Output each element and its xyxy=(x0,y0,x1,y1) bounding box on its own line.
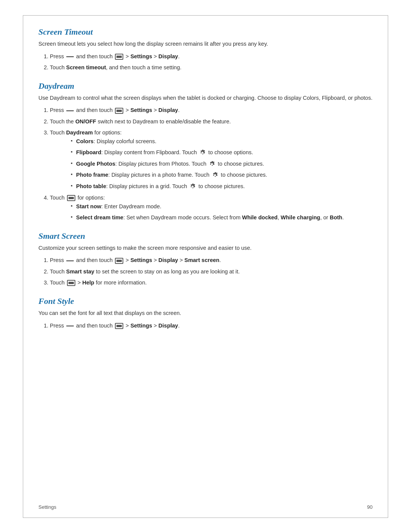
gear-icon xyxy=(189,183,196,190)
list-item: Touch Screen timeout, and then touch a t… xyxy=(50,63,373,72)
list-item: Press and then touch > Settings > Displa… xyxy=(50,256,373,264)
screen-timeout-steps: Press and then touch > Settings > Displa… xyxy=(50,52,373,72)
page-footer: Settings 90 xyxy=(23,504,388,510)
list-item: Touch the ON/OFF switch next to Daydream… xyxy=(50,117,373,126)
list-item: Select dream time: Set when Daydream mod… xyxy=(71,213,373,222)
gear-icon xyxy=(199,149,206,156)
home-button-icon xyxy=(66,326,74,326)
font-style-intro: You can set the font for all text that d… xyxy=(38,309,373,318)
daydream-menu-bullet-list: Start now: Enter Daydream mode. Select d… xyxy=(71,202,373,222)
list-item: Flipboard: Display content from Flipboar… xyxy=(71,148,373,157)
font-style-steps: Press and then touch > Settings > Displa… xyxy=(50,321,373,330)
menu-icon xyxy=(67,195,75,201)
footer-left-label: Settings xyxy=(38,504,56,510)
list-item: Photo frame: Display pictures in a photo… xyxy=(71,171,373,179)
footer-page-number: 90 xyxy=(367,504,373,510)
list-item: Press and then touch > Settings > Displa… xyxy=(50,321,373,330)
list-item: Touch Smart stay to set the screen to st… xyxy=(50,267,373,276)
list-item: Touch > Help for more information. xyxy=(50,278,373,287)
section-title-daydream: Daydream xyxy=(38,81,373,91)
list-item: Photo table: Display pictures in a grid.… xyxy=(71,182,373,190)
section-title-font-style: Font Style xyxy=(38,296,373,306)
list-item: Press and then touch > Settings > Displa… xyxy=(50,52,373,61)
list-item: Press and then touch > Settings > Displa… xyxy=(50,106,373,114)
home-button-icon xyxy=(66,56,74,57)
daydream-intro: Use Daydream to control what the screen … xyxy=(38,94,373,102)
screen-timeout-intro: Screen timeout lets you select how long … xyxy=(38,40,373,48)
list-item: Start now: Enter Daydream mode. xyxy=(71,202,373,211)
list-item: Touch Daydream for options: Colors: Disp… xyxy=(50,128,373,190)
list-item: Touch for options: Start now: Enter Dayd… xyxy=(50,193,373,222)
menu-icon xyxy=(115,323,123,329)
menu-icon xyxy=(115,108,123,114)
home-button-icon xyxy=(66,110,74,111)
menu-icon xyxy=(115,258,123,264)
home-button-icon xyxy=(66,260,74,261)
list-item: Google Photos: Display pictures from Pho… xyxy=(71,160,373,168)
smart-screen-intro: Customize your screen settings to make t… xyxy=(38,244,373,252)
menu-icon xyxy=(115,54,123,60)
section-title-smart-screen: Smart Screen xyxy=(38,231,373,241)
gear-icon xyxy=(212,172,218,179)
section-title-screen-timeout: Screen Timeout xyxy=(38,27,373,37)
page: Screen Timeout Screen timeout lets you s… xyxy=(23,15,388,518)
daydream-bullet-list: Colors: Display colorful screens. Flipbo… xyxy=(71,137,373,190)
gear-icon xyxy=(209,161,215,168)
smart-screen-steps: Press and then touch > Settings > Displa… xyxy=(50,256,373,287)
list-item: Colors: Display colorful screens. xyxy=(71,137,373,145)
daydream-steps: Press and then touch > Settings > Displa… xyxy=(50,106,373,222)
menu-icon xyxy=(67,280,75,286)
